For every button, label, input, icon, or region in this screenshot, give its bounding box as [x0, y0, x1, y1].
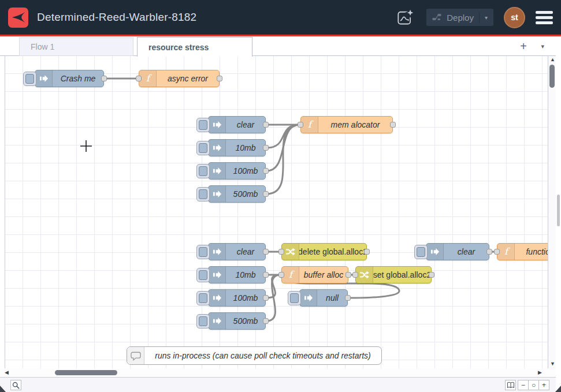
- scroll-right-icon[interactable]: ▶: [538, 370, 542, 375]
- inject-button[interactable]: [196, 291, 210, 305]
- node-label: 10mb: [226, 267, 265, 283]
- node-inject[interactable]: 10mb: [208, 266, 266, 283]
- output-port[interactable]: [345, 295, 351, 301]
- output-port[interactable]: [390, 122, 396, 128]
- output-port[interactable]: [263, 249, 269, 255]
- inject-button-face: [290, 293, 299, 303]
- hamburger-menu-icon[interactable]: [536, 11, 553, 24]
- deploy-button[interactable]: Deploy ▾: [426, 9, 493, 26]
- output-port[interactable]: [263, 295, 269, 301]
- canvas-vertical-scrollbar[interactable]: ▲ ▼: [548, 56, 556, 368]
- horizontal-scroll-thumb[interactable]: [55, 370, 117, 375]
- input-port[interactable]: [278, 249, 284, 255]
- node-inject[interactable]: null: [299, 289, 348, 307]
- output-port[interactable]: [101, 76, 107, 81]
- output-port[interactable]: [217, 76, 222, 81]
- node-comment[interactable]: runs in-process (can cause poll check ti…: [127, 346, 382, 365]
- resize-grip-left: [0, 386, 6, 392]
- node-inject[interactable]: 500mb: [208, 185, 266, 203]
- node-function[interactable]: fbuffer alloc: [281, 266, 348, 283]
- deploy-options-caret-icon[interactable]: ▾: [479, 12, 488, 23]
- node-function[interactable]: ffunction: [497, 243, 548, 260]
- output-port[interactable]: [263, 318, 269, 324]
- inject-button[interactable]: [196, 141, 210, 155]
- node-change[interactable]: delete global.alloc2: [281, 243, 367, 260]
- scroll-left-icon[interactable]: ◀: [5, 370, 9, 375]
- inject-button[interactable]: [196, 118, 210, 132]
- inject-arrow-icon: [213, 143, 222, 152]
- input-port[interactable]: [278, 272, 284, 278]
- output-port[interactable]: [263, 122, 269, 128]
- node-label: null: [317, 290, 347, 306]
- node-function[interactable]: fasync error: [139, 70, 220, 87]
- change-shuffle-icon: [359, 270, 369, 279]
- vertical-scroll-thumb[interactable]: [549, 65, 555, 88]
- node-icon-section: [356, 267, 373, 283]
- tab-flow-1[interactable]: Flow 1: [19, 38, 133, 56]
- flow-tabbar: Flow 1 resource stress + ▾: [0, 36, 556, 56]
- node-label: async error: [157, 70, 219, 87]
- output-port[interactable]: [345, 272, 351, 278]
- output-port[interactable]: [263, 145, 269, 151]
- node-icon-section: f: [139, 70, 157, 87]
- inject-button[interactable]: [196, 314, 210, 328]
- node-icon-section: f: [497, 244, 515, 260]
- node-inject[interactable]: 500mb: [208, 312, 266, 330]
- node-change[interactable]: set global.alloc2: [355, 266, 432, 283]
- node-inject[interactable]: clear: [426, 243, 489, 260]
- inject-button[interactable]: [196, 187, 210, 201]
- page-scroll-thumb[interactable]: [557, 195, 560, 226]
- node-inject[interactable]: Crash me: [35, 70, 104, 87]
- ai-assistant-button[interactable]: [395, 7, 416, 28]
- scroll-up-icon[interactable]: ▲: [550, 57, 555, 62]
- inject-button[interactable]: [288, 291, 301, 305]
- inject-button[interactable]: [196, 164, 210, 178]
- canvas-horizontal-scrollbar[interactable]: ◀ ▶: [0, 368, 556, 377]
- inject-button[interactable]: [23, 72, 36, 86]
- inject-button-face: [199, 189, 207, 199]
- node-function[interactable]: fmem alocator: [300, 116, 393, 133]
- scroll-down-icon[interactable]: ▼: [550, 361, 555, 367]
- inject-button[interactable]: [196, 268, 210, 282]
- output-port[interactable]: [486, 249, 492, 255]
- node-icon-section: [282, 244, 299, 260]
- node-label: set global.alloc2: [373, 267, 431, 283]
- input-port[interactable]: [352, 272, 358, 278]
- header-bar: Determined-Reed-Warbler-8182 Deploy: [0, 0, 561, 35]
- input-port[interactable]: [494, 249, 500, 255]
- node-icon-section: f: [282, 267, 299, 283]
- output-port[interactable]: [364, 249, 370, 255]
- tab-list-caret-icon[interactable]: ▾: [541, 36, 544, 56]
- zoom-in-button[interactable]: +: [538, 380, 549, 390]
- zoom-out-button[interactable]: −: [518, 380, 529, 390]
- node-inject[interactable]: 10mb: [208, 139, 266, 156]
- output-port[interactable]: [263, 168, 269, 174]
- input-port[interactable]: [298, 122, 303, 128]
- node-inject[interactable]: clear: [208, 116, 266, 133]
- node-label: 500mb: [226, 313, 265, 329]
- page-scrollbar[interactable]: [556, 36, 561, 392]
- node-label: 10mb: [226, 140, 265, 156]
- node-inject[interactable]: clear: [208, 243, 266, 260]
- input-port[interactable]: [136, 76, 142, 81]
- output-port[interactable]: [263, 272, 269, 278]
- flowfuse-logo-icon[interactable]: [8, 8, 28, 28]
- output-port[interactable]: [263, 191, 269, 197]
- node-label: buffer alloc: [299, 267, 348, 283]
- node-inject[interactable]: 100mb: [208, 289, 266, 307]
- output-port[interactable]: [429, 272, 434, 278]
- flow-canvas[interactable]: Crash mefasync errorclear10mb100mb500mbf…: [5, 56, 548, 368]
- tab-resource-stress[interactable]: resource stress: [137, 37, 252, 57]
- node-label: mem alocator: [318, 117, 392, 133]
- search-button[interactable]: [10, 380, 21, 390]
- node-icon-section: [209, 186, 226, 202]
- navigator-button[interactable]: [505, 380, 516, 390]
- search-icon: [12, 382, 20, 389]
- resize-grip[interactable]: [555, 386, 561, 392]
- zoom-reset-button[interactable]: ○: [528, 380, 539, 390]
- inject-button[interactable]: [414, 245, 428, 259]
- inject-button[interactable]: [196, 245, 210, 259]
- node-inject[interactable]: 100mb: [208, 162, 266, 180]
- user-avatar[interactable]: st: [504, 7, 525, 28]
- add-flow-button[interactable]: +: [520, 36, 527, 56]
